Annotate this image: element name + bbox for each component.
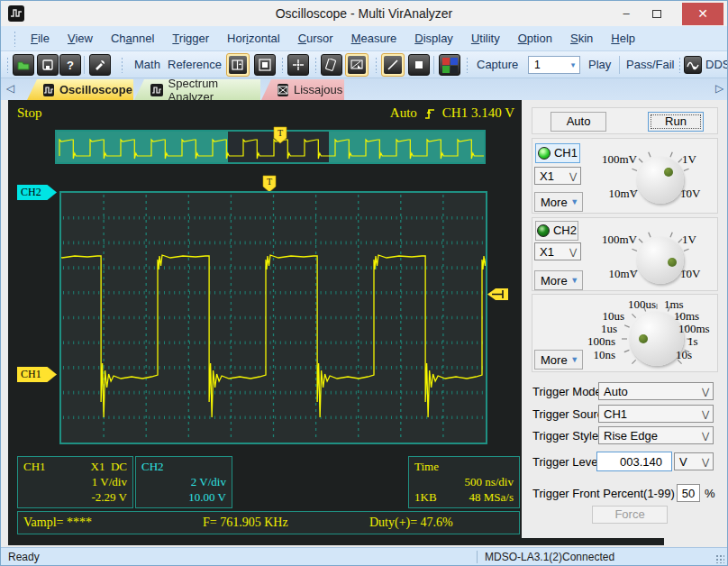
ch1-more-button[interactable]: More ▼	[534, 192, 583, 212]
color-palette-button[interactable]	[439, 54, 460, 76]
save-button[interactable]	[37, 54, 59, 76]
minimize-button[interactable]: –	[612, 3, 641, 25]
trigger-level-readout: CH1 3.140 V	[442, 105, 514, 121]
time-label: 100ns	[585, 334, 615, 349]
svg-text:T: T	[267, 177, 272, 187]
fullscreen-button[interactable]	[254, 54, 276, 76]
trigger-front-input[interactable]	[677, 484, 700, 502]
ch1-button-label: CH1	[554, 144, 578, 162]
waveform-preview-strip[interactable]	[55, 130, 486, 164]
menu-measure[interactable]: Measure	[342, 26, 406, 51]
measure-duty: Duty(+)= 47.6%	[369, 516, 453, 530]
resize-grip[interactable]	[715, 554, 724, 563]
auto-button[interactable]: Auto	[551, 112, 606, 132]
stop-shape-button[interactable]	[408, 54, 430, 76]
toolbar-grip	[281, 57, 284, 73]
ch1-trace	[61, 255, 486, 417]
measure-frequency: F= 761.905 KHz	[203, 516, 288, 530]
trigger-level-marker[interactable]	[487, 288, 509, 301]
ch2-offset: 10.00 V	[141, 489, 226, 505]
menu-trigger[interactable]: Trigger	[163, 26, 218, 51]
math-button[interactable]: Math	[134, 51, 160, 78]
force-button[interactable]: Force	[592, 506, 668, 524]
trigger-front-unit: %	[705, 487, 715, 500]
menu-bar: FileViewChannelTriggerHorizontalCursorMe…	[1, 26, 727, 51]
menu-view[interactable]: View	[59, 26, 102, 51]
toolbar-grip	[6, 57, 9, 73]
close-button[interactable]: ✕	[682, 3, 723, 25]
dds-button[interactable]: DDS	[705, 51, 728, 78]
split-view-button[interactable]	[226, 53, 250, 77]
menu-option[interactable]: Option	[509, 26, 561, 51]
tab-scroll-right[interactable]: ▷	[715, 82, 723, 95]
measure-vampl: Vampl= ****	[23, 516, 92, 530]
palette-icon	[442, 58, 458, 73]
lissajous-icon	[278, 84, 288, 96]
menu-skin[interactable]: Skin	[561, 26, 602, 51]
panel-tilt-button[interactable]	[321, 54, 342, 76]
tool-button[interactable]	[89, 54, 111, 76]
run-button[interactable]: Run	[648, 112, 704, 132]
time-tdiv: 500 ns/div	[414, 474, 514, 489]
run-group: Auto Run	[532, 107, 718, 134]
trigger-position-flag[interactable]: T	[273, 126, 287, 144]
trigger-style-select[interactable]: Rise Edge ⋁	[598, 426, 714, 444]
status-ready: Ready	[8, 551, 40, 563]
chevron-down-icon: ⋁	[566, 171, 580, 181]
ch1-position-marker[interactable]: CH1	[17, 367, 57, 382]
ch1-enable-button[interactable]: CH1	[535, 143, 580, 163]
trigger-mode-select[interactable]: Auto ⋁	[598, 382, 714, 400]
tab-oscilloscope[interactable]: Oscilloscope	[27, 79, 133, 100]
trigger-time-flag[interactable]: T	[262, 175, 277, 193]
status-bar: Ready MDSO-LA3.1(2)Connected	[1, 547, 727, 566]
play-button[interactable]: Play	[588, 51, 611, 78]
trigger-level-unit-select[interactable]: V ⋁	[674, 452, 714, 470]
ch2-volts-knob[interactable]	[637, 237, 684, 284]
ch2-probe-select[interactable]: X1 ⋁	[534, 242, 581, 260]
capture-label: Capture	[477, 51, 518, 78]
trigger-level-input[interactable]	[596, 452, 672, 471]
trigger-mode-label: Trigger Mode	[532, 385, 602, 398]
ch1-group: CH1 X1 ⋁ More ▼ 100mV 1V 10mV 10V	[532, 138, 718, 214]
sample-rate: 48 MSa/s	[469, 489, 514, 505]
tab-lissajous[interactable]: Lissajous	[261, 79, 344, 100]
waveform-display[interactable]	[59, 191, 487, 444]
ch1-volts-knob[interactable]	[637, 157, 684, 204]
pass-fail-button[interactable]: Pass/Fail	[626, 51, 674, 78]
chevron-down-icon: ▾	[567, 60, 579, 69]
maximize-button[interactable]	[642, 3, 671, 25]
tab-label: Lissajous	[294, 83, 342, 96]
open-button[interactable]	[13, 54, 34, 76]
ch1-info-box: CH1X1 DC 1 V/div -2.29 V	[17, 456, 133, 508]
line-draw-button[interactable]	[381, 53, 405, 77]
spectrum-icon	[150, 84, 163, 96]
tab-spectrum-analyzer[interactable]: Spectrum Analyzer	[134, 79, 260, 100]
capture-select[interactable]: 1 ▾	[528, 56, 580, 74]
menu-display[interactable]: Display	[405, 26, 462, 51]
toolbar-grip	[678, 57, 681, 73]
reference-button[interactable]: Reference	[168, 51, 222, 78]
ch2-position-marker[interactable]: CH2	[17, 185, 57, 200]
menu-channel[interactable]: Channel	[102, 26, 163, 51]
tab-scroll-left[interactable]: ◁	[6, 82, 14, 95]
trigger-source-select[interactable]: CH1 ⋁	[598, 405, 714, 423]
center-waveform-button[interactable]	[287, 54, 309, 76]
screen-display-button[interactable]	[345, 53, 369, 77]
menu-help[interactable]: Help	[602, 26, 644, 51]
ch2-more-button[interactable]: More ▼	[534, 270, 583, 290]
menu-cursor[interactable]: Cursor	[289, 26, 342, 51]
time-label: 10s	[676, 348, 692, 362]
menu-utility[interactable]: Utility	[462, 26, 509, 51]
ch1-offset: -2.29 V	[23, 489, 127, 505]
ch1-probe-select[interactable]: X1 ⋁	[534, 167, 581, 185]
svg-text:T: T	[278, 128, 283, 138]
menu-file[interactable]: File	[22, 26, 59, 51]
menu-horizontal[interactable]: Horizontal	[218, 26, 289, 51]
chevron-down-icon: ▼	[568, 355, 582, 364]
timebase-more-button[interactable]: More ▼	[534, 350, 583, 370]
time-label: 10ns	[590, 348, 615, 362]
ch2-enable-button[interactable]: CH2	[535, 221, 578, 241]
knob-label: 1V	[682, 152, 696, 167]
help-button[interactable]: ?	[59, 54, 81, 76]
maximize-icon	[652, 10, 661, 18]
